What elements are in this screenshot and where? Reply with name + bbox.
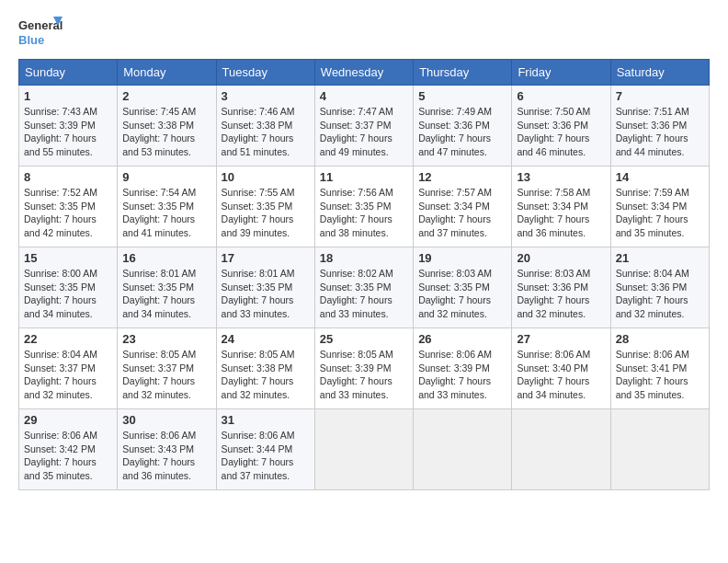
day-info: Sunrise: 7:55 AMSunset: 3:35 PMDaylight:… [222, 187, 295, 238]
day-info: Sunrise: 7:56 AMSunset: 3:35 PMDaylight:… [320, 187, 393, 238]
calendar-cell [414, 409, 512, 490]
calendar-cell: 13 Sunrise: 7:58 AMSunset: 3:34 PMDaylig… [512, 167, 610, 247]
day-number: 5 [418, 89, 506, 103]
day-info: Sunrise: 8:02 AMSunset: 3:35 PMDaylight:… [320, 268, 393, 319]
calendar-cell: 20 Sunrise: 8:03 AMSunset: 3:36 PMDaylig… [512, 247, 610, 328]
calendar-week-row: 29 Sunrise: 8:06 AMSunset: 3:42 PMDaylig… [19, 409, 710, 490]
day-number: 16 [122, 251, 210, 265]
weekday-header-row: SundayMondayTuesdayWednesdayThursdayFrid… [19, 60, 710, 86]
calendar-week-row: 1 Sunrise: 7:43 AMSunset: 3:39 PMDayligh… [19, 86, 710, 167]
logo-svg: General Blue [18, 15, 63, 53]
day-info: Sunrise: 7:51 AMSunset: 3:36 PMDaylight:… [616, 106, 689, 157]
calendar-cell: 9 Sunrise: 7:54 AMSunset: 3:35 PMDayligh… [118, 167, 216, 247]
weekday-header-tuesday: Tuesday [216, 60, 314, 86]
calendar-cell: 17 Sunrise: 8:01 AMSunset: 3:35 PMDaylig… [216, 247, 314, 328]
calendar-cell: 29 Sunrise: 8:06 AMSunset: 3:42 PMDaylig… [19, 409, 118, 490]
calendar-cell: 7 Sunrise: 7:51 AMSunset: 3:36 PMDayligh… [610, 86, 709, 167]
weekday-header-saturday: Saturday [610, 60, 709, 86]
day-info: Sunrise: 8:03 AMSunset: 3:36 PMDaylight:… [517, 268, 590, 319]
day-number: 10 [222, 170, 310, 184]
day-info: Sunrise: 7:47 AMSunset: 3:37 PMDaylight:… [320, 106, 393, 157]
day-number: 4 [320, 89, 408, 103]
calendar-cell: 23 Sunrise: 8:05 AMSunset: 3:37 PMDaylig… [118, 328, 216, 409]
day-number: 25 [320, 332, 408, 346]
day-info: Sunrise: 7:50 AMSunset: 3:36 PMDaylight:… [517, 106, 590, 157]
weekday-header-thursday: Thursday [414, 60, 512, 86]
day-number: 18 [320, 251, 408, 265]
calendar-cell: 2 Sunrise: 7:45 AMSunset: 3:38 PMDayligh… [118, 86, 216, 167]
weekday-header-monday: Monday [118, 60, 216, 86]
day-info: Sunrise: 8:00 AMSunset: 3:35 PMDaylight:… [24, 268, 97, 319]
calendar-cell: 4 Sunrise: 7:47 AMSunset: 3:37 PMDayligh… [314, 86, 413, 167]
day-number: 12 [418, 170, 506, 184]
calendar-cell: 24 Sunrise: 8:05 AMSunset: 3:38 PMDaylig… [216, 328, 314, 409]
day-info: Sunrise: 8:04 AMSunset: 3:37 PMDaylight:… [24, 349, 97, 400]
calendar-cell: 3 Sunrise: 7:46 AMSunset: 3:38 PMDayligh… [216, 86, 314, 167]
logo: General Blue [18, 15, 63, 53]
calendar-cell: 25 Sunrise: 8:05 AMSunset: 3:39 PMDaylig… [314, 328, 413, 409]
weekday-header-friday: Friday [512, 60, 610, 86]
day-info: Sunrise: 7:52 AMSunset: 3:35 PMDaylight:… [24, 187, 97, 238]
calendar-cell: 14 Sunrise: 7:59 AMSunset: 3:34 PMDaylig… [610, 167, 709, 247]
calendar-cell: 6 Sunrise: 7:50 AMSunset: 3:36 PMDayligh… [512, 86, 610, 167]
day-info: Sunrise: 8:01 AMSunset: 3:35 PMDaylight:… [222, 268, 295, 319]
day-info: Sunrise: 8:05 AMSunset: 3:37 PMDaylight:… [122, 349, 196, 400]
day-number: 1 [24, 89, 112, 103]
calendar-cell: 27 Sunrise: 8:06 AMSunset: 3:40 PMDaylig… [512, 328, 610, 409]
day-info: Sunrise: 8:06 AMSunset: 3:40 PMDaylight:… [517, 349, 590, 400]
calendar-cell: 26 Sunrise: 8:06 AMSunset: 3:39 PMDaylig… [414, 328, 512, 409]
day-info: Sunrise: 8:06 AMSunset: 3:44 PMDaylight:… [222, 430, 295, 481]
calendar-week-row: 22 Sunrise: 8:04 AMSunset: 3:37 PMDaylig… [19, 328, 710, 409]
day-info: Sunrise: 7:59 AMSunset: 3:34 PMDaylight:… [616, 187, 689, 238]
calendar-cell: 19 Sunrise: 8:03 AMSunset: 3:35 PMDaylig… [414, 247, 512, 328]
calendar-cell [314, 409, 413, 490]
day-number: 9 [122, 170, 210, 184]
calendar-cell: 5 Sunrise: 7:49 AMSunset: 3:36 PMDayligh… [414, 86, 512, 167]
calendar-cell [610, 409, 709, 490]
day-info: Sunrise: 7:58 AMSunset: 3:34 PMDaylight:… [517, 187, 590, 238]
day-number: 24 [222, 332, 310, 346]
day-number: 13 [517, 170, 605, 184]
calendar-cell: 10 Sunrise: 7:55 AMSunset: 3:35 PMDaylig… [216, 167, 314, 247]
day-info: Sunrise: 7:43 AMSunset: 3:39 PMDaylight:… [24, 106, 97, 157]
day-info: Sunrise: 8:05 AMSunset: 3:38 PMDaylight:… [222, 349, 295, 400]
day-number: 14 [616, 170, 704, 184]
calendar-cell: 18 Sunrise: 8:02 AMSunset: 3:35 PMDaylig… [314, 247, 413, 328]
day-info: Sunrise: 8:05 AMSunset: 3:39 PMDaylight:… [320, 349, 393, 400]
day-info: Sunrise: 8:06 AMSunset: 3:41 PMDaylight:… [616, 349, 689, 400]
calendar-cell: 31 Sunrise: 8:06 AMSunset: 3:44 PMDaylig… [216, 409, 314, 490]
day-number: 23 [122, 332, 210, 346]
calendar-cell: 12 Sunrise: 7:57 AMSunset: 3:34 PMDaylig… [414, 167, 512, 247]
day-number: 21 [616, 251, 704, 265]
day-number: 17 [222, 251, 310, 265]
calendar-cell: 28 Sunrise: 8:06 AMSunset: 3:41 PMDaylig… [610, 328, 709, 409]
day-number: 3 [222, 89, 310, 103]
day-info: Sunrise: 8:01 AMSunset: 3:35 PMDaylight:… [122, 268, 196, 319]
calendar-week-row: 8 Sunrise: 7:52 AMSunset: 3:35 PMDayligh… [19, 167, 710, 247]
day-number: 19 [418, 251, 506, 265]
day-number: 11 [320, 170, 408, 184]
calendar-cell: 21 Sunrise: 8:04 AMSunset: 3:36 PMDaylig… [610, 247, 709, 328]
calendar-cell: 16 Sunrise: 8:01 AMSunset: 3:35 PMDaylig… [118, 247, 216, 328]
day-number: 7 [616, 89, 704, 103]
day-number: 26 [418, 332, 506, 346]
day-info: Sunrise: 8:06 AMSunset: 3:42 PMDaylight:… [24, 430, 97, 481]
calendar-cell: 11 Sunrise: 7:56 AMSunset: 3:35 PMDaylig… [314, 167, 413, 247]
weekday-header-wednesday: Wednesday [314, 60, 413, 86]
day-number: 28 [616, 332, 704, 346]
calendar-table: SundayMondayTuesdayWednesdayThursdayFrid… [18, 59, 710, 490]
day-info: Sunrise: 7:45 AMSunset: 3:38 PMDaylight:… [122, 106, 196, 157]
day-info: Sunrise: 7:54 AMSunset: 3:35 PMDaylight:… [122, 187, 196, 238]
calendar-cell: 15 Sunrise: 8:00 AMSunset: 3:35 PMDaylig… [19, 247, 118, 328]
calendar-week-row: 15 Sunrise: 8:00 AMSunset: 3:35 PMDaylig… [19, 247, 710, 328]
calendar-cell: 1 Sunrise: 7:43 AMSunset: 3:39 PMDayligh… [19, 86, 118, 167]
day-number: 20 [517, 251, 605, 265]
day-number: 8 [24, 170, 112, 184]
day-info: Sunrise: 7:49 AMSunset: 3:36 PMDaylight:… [418, 106, 492, 157]
calendar-cell [512, 409, 610, 490]
day-number: 22 [24, 332, 112, 346]
day-info: Sunrise: 8:03 AMSunset: 3:35 PMDaylight:… [418, 268, 492, 319]
calendar-cell: 22 Sunrise: 8:04 AMSunset: 3:37 PMDaylig… [19, 328, 118, 409]
day-number: 27 [517, 332, 605, 346]
header: General Blue [18, 15, 710, 53]
